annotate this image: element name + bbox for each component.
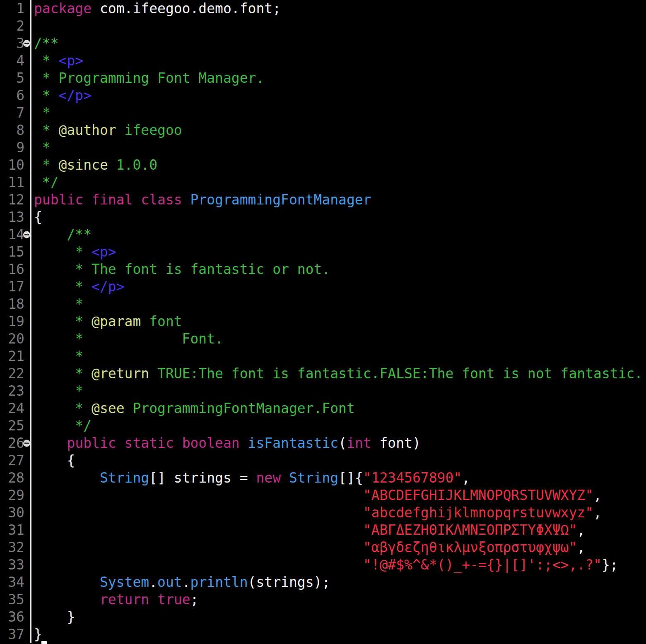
line-number: 14	[8, 226, 24, 243]
code-line[interactable]: 34 System.out.println(strings);	[0, 574, 646, 591]
code-line[interactable]: 31 "ΑΒΓΔΕΖΗΘΙΚΛΜΝΞΟΠΡΣΤΥΦΧΨΩ",	[0, 521, 646, 539]
code-token	[34, 539, 363, 555]
line-number: 2	[16, 18, 24, 34]
code-token: ,	[577, 539, 585, 555]
code-token: [] strings =	[149, 470, 256, 486]
code-text: public final class ProgrammingFontManage…	[31, 191, 371, 209]
code-token: *	[34, 400, 92, 416]
code-line[interactable]: 5 * Programming Font Manager.	[0, 70, 646, 87]
code-text: * @see ProgrammingFontManager.Font	[31, 400, 355, 417]
code-line[interactable]: 30 "abcdefghijklmnopqrstuvwxyz",	[0, 504, 646, 521]
code-line[interactable]: 11 */	[0, 174, 646, 191]
code-token: "αβγδεζηθικλμνξοπρστυφχψω"	[363, 539, 577, 555]
code-text: package com.ifeegoo.demo.font;	[31, 0, 281, 17]
line-number: 33	[8, 557, 24, 573]
code-line[interactable]: 9 *	[0, 139, 646, 156]
code-line[interactable]: 24 * @see ProgrammingFontManager.Font	[0, 400, 646, 417]
code-token: * Font.	[34, 331, 223, 347]
code-token: {	[34, 209, 42, 225]
gutter: 10	[0, 156, 31, 174]
code-token: */	[34, 418, 92, 434]
fold-collapse-icon[interactable]	[23, 440, 30, 447]
code-line[interactable]: 37}	[0, 626, 646, 643]
code-line[interactable]: 28 String[] strings = new String[]{"1234…	[0, 469, 646, 487]
code-line[interactable]: 29 "ABCDEFGHIJKLMNOPQRSTUVWXYZ",	[0, 487, 646, 504]
gutter: 36	[0, 608, 31, 626]
code-line[interactable]: 8 * @author ifeegoo	[0, 122, 646, 139]
gutter: 24	[0, 400, 31, 417]
code-token: *	[34, 105, 51, 121]
line-number: 10	[8, 157, 24, 173]
code-line[interactable]: 3/**	[0, 35, 646, 52]
fold-collapse-icon[interactable]	[23, 40, 30, 47]
code-token: @since	[59, 157, 108, 173]
code-line[interactable]: 20 * Font.	[0, 330, 646, 348]
code-token: .	[149, 574, 157, 590]
code-token: </p>	[59, 87, 92, 103]
gutter: 3	[0, 35, 31, 52]
code-token: int	[347, 435, 371, 451]
code-line[interactable]: 22 * @return TRUE:The font is fantastic.…	[0, 365, 646, 382]
code-line[interactable]: 1package com.ifeegoo.demo.font;	[0, 0, 646, 17]
code-text: "abcdefghijklmnopqrstuvwxyz",	[31, 504, 602, 521]
code-line[interactable]: 17 * </p>	[0, 278, 646, 296]
code-token: ifeegoo	[116, 122, 182, 138]
code-token: 1.0.0	[108, 157, 157, 173]
code-token: com.ifeegoo.demo.font;	[92, 0, 281, 17]
code-token	[34, 522, 363, 538]
code-line[interactable]: 36 }	[0, 608, 646, 626]
code-token: new	[256, 470, 281, 486]
code-line[interactable]: 13{	[0, 209, 646, 226]
code-token: (strings);	[248, 574, 330, 590]
fold-collapse-icon[interactable]	[23, 231, 30, 238]
line-number: 22	[8, 365, 24, 382]
code-token: "abcdefghijklmnopqrstuvwxyz"	[363, 505, 593, 521]
line-number: 31	[8, 522, 24, 538]
code-line[interactable]: 12public final class ProgrammingFontMana…	[0, 191, 646, 209]
code-line[interactable]: 4 * <p>	[0, 52, 646, 70]
code-token	[34, 487, 363, 503]
code-line[interactable]: 23 *	[0, 382, 646, 400]
code-line[interactable]: 18 *	[0, 296, 646, 313]
gutter: 37	[0, 626, 31, 643]
code-line[interactable]: 27 {	[0, 452, 646, 469]
code-line[interactable]: 25 */	[0, 417, 646, 435]
code-text: *	[31, 296, 83, 313]
code-line[interactable]: 6 * </p>	[0, 87, 646, 104]
gutter: 4	[0, 52, 31, 70]
code-token: TRUE:The font is fantastic.FALSE:The fon…	[149, 365, 643, 382]
code-token: ;	[190, 591, 199, 608]
code-token: /**	[34, 226, 92, 243]
code-token	[34, 574, 100, 590]
code-token: ,	[593, 505, 602, 521]
gutter: 33	[0, 556, 31, 574]
gutter: 2	[0, 17, 31, 35]
code-line[interactable]: 26 public static boolean isFantastic(int…	[0, 435, 646, 452]
code-text: * </p>	[31, 278, 125, 296]
code-line[interactable]: 14 /**	[0, 226, 646, 243]
code-line[interactable]: 21 *	[0, 348, 646, 365]
code-line[interactable]: 32 "αβγδεζηθικλμνξοπρστυφχψω",	[0, 539, 646, 556]
code-token: ProgrammingFontManager	[190, 192, 371, 208]
code-text: *	[31, 139, 51, 156]
code-text: return true;	[31, 591, 198, 608]
code-line[interactable]: 7 *	[0, 104, 646, 122]
code-editor[interactable]: 1package com.ifeegoo.demo.font;23/**4 * …	[0, 0, 646, 644]
code-text: "!@#$%^&*()_+-={}|[]':;<>,.?"};	[31, 556, 618, 574]
code-token: */	[34, 174, 59, 190]
code-line[interactable]: 19 * @param font	[0, 313, 646, 330]
code-text: }	[31, 608, 75, 626]
code-line[interactable]: 16 * The font is fantastic or not.	[0, 261, 646, 278]
line-number: 24	[8, 400, 24, 416]
code-token	[281, 470, 289, 486]
code-line[interactable]: 33 "!@#$%^&*()_+-={}|[]':;<>,.?"};	[0, 556, 646, 574]
code-line[interactable]: 15 * <p>	[0, 243, 646, 261]
gutter: 15	[0, 243, 31, 261]
gutter: 7	[0, 104, 31, 122]
line-number: 1	[16, 0, 24, 17]
code-line[interactable]: 35 return true;	[0, 591, 646, 608]
code-line[interactable]: 10 * @since 1.0.0	[0, 156, 646, 174]
line-number: 17	[8, 279, 24, 295]
code-token: *	[34, 348, 83, 364]
code-line[interactable]: 2	[0, 17, 646, 35]
